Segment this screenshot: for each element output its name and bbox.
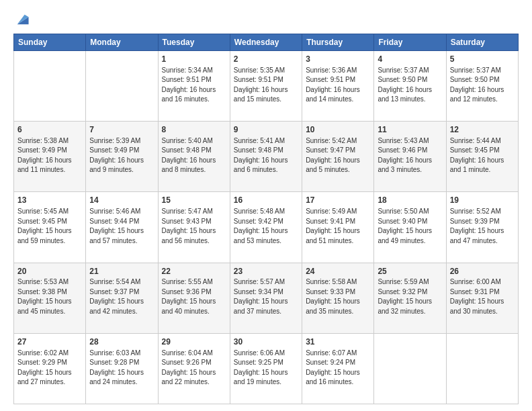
day-info: Sunrise: 5:36 AM Sunset: 9:51 PM Dayligh… (306, 66, 370, 105)
calendar-cell: 31Sunrise: 6:07 AM Sunset: 9:24 PM Dayli… (302, 333, 374, 404)
weekday-header-sunday: Sunday (14, 34, 86, 51)
calendar-cell: 4Sunrise: 5:37 AM Sunset: 9:50 PM Daylig… (374, 51, 446, 122)
calendar-cell: 19Sunrise: 5:52 AM Sunset: 9:39 PM Dayli… (446, 192, 518, 263)
weekday-header-tuesday: Tuesday (158, 34, 230, 51)
day-info: Sunrise: 5:46 AM Sunset: 9:44 PM Dayligh… (89, 207, 154, 246)
calendar-cell: 13Sunrise: 5:45 AM Sunset: 9:45 PM Dayli… (14, 192, 86, 263)
day-info: Sunrise: 5:49 AM Sunset: 9:41 PM Dayligh… (306, 207, 370, 246)
day-info: Sunrise: 5:38 AM Sunset: 9:49 PM Dayligh… (17, 136, 82, 175)
day-number: 25 (378, 266, 442, 277)
calendar-table: SundayMondayTuesdayWednesdayThursdayFrid… (13, 34, 519, 404)
day-number: 13 (17, 195, 82, 206)
calendar-cell: 25Sunrise: 5:59 AM Sunset: 9:32 PM Dayli… (374, 263, 446, 333)
day-info: Sunrise: 5:34 AM Sunset: 9:51 PM Dayligh… (162, 66, 226, 105)
day-number: 16 (234, 195, 298, 206)
day-info: Sunrise: 5:47 AM Sunset: 9:43 PM Dayligh… (162, 207, 226, 246)
day-info: Sunrise: 6:03 AM Sunset: 9:28 PM Dayligh… (89, 349, 154, 387)
day-info: Sunrise: 5:41 AM Sunset: 9:48 PM Dayligh… (234, 136, 298, 175)
day-number: 11 (378, 124, 442, 136)
calendar-cell: 28Sunrise: 6:03 AM Sunset: 9:28 PM Dayli… (86, 333, 158, 404)
day-info: Sunrise: 5:55 AM Sunset: 9:36 PM Dayligh… (162, 277, 226, 316)
day-info: Sunrise: 5:42 AM Sunset: 9:47 PM Dayligh… (306, 136, 370, 175)
page: SundayMondayTuesdayWednesdayThursdayFrid… (0, 0, 532, 411)
calendar-cell (86, 51, 158, 122)
day-info: Sunrise: 5:40 AM Sunset: 9:48 PM Dayligh… (162, 136, 226, 175)
day-info: Sunrise: 5:54 AM Sunset: 9:37 PM Dayligh… (89, 277, 154, 316)
day-number: 2 (234, 54, 298, 65)
day-info: Sunrise: 5:45 AM Sunset: 9:45 PM Dayligh… (17, 207, 82, 246)
week-row-3: 13Sunrise: 5:45 AM Sunset: 9:45 PM Dayli… (14, 192, 519, 263)
day-number: 30 (234, 336, 298, 348)
week-row-1: 1Sunrise: 5:34 AM Sunset: 9:51 PM Daylig… (14, 51, 519, 122)
weekday-header-friday: Friday (374, 34, 446, 51)
day-number: 9 (234, 124, 298, 136)
day-info: Sunrise: 5:57 AM Sunset: 9:34 PM Dayligh… (234, 277, 298, 316)
week-row-2: 6Sunrise: 5:38 AM Sunset: 9:49 PM Daylig… (14, 122, 519, 192)
day-info: Sunrise: 5:37 AM Sunset: 9:50 PM Dayligh… (450, 66, 515, 105)
day-number: 18 (378, 195, 442, 206)
day-info: Sunrise: 5:59 AM Sunset: 9:32 PM Dayligh… (378, 277, 442, 316)
day-info: Sunrise: 5:39 AM Sunset: 9:49 PM Dayligh… (89, 136, 154, 175)
day-number: 31 (306, 336, 370, 348)
day-number: 19 (450, 195, 515, 206)
weekday-header-row: SundayMondayTuesdayWednesdayThursdayFrid… (14, 34, 519, 51)
calendar-cell: 2Sunrise: 5:35 AM Sunset: 9:51 PM Daylig… (230, 51, 302, 122)
weekday-header-wednesday: Wednesday (230, 34, 302, 51)
day-info: Sunrise: 5:35 AM Sunset: 9:51 PM Dayligh… (234, 66, 298, 105)
day-number: 10 (306, 124, 370, 136)
calendar-cell: 6Sunrise: 5:38 AM Sunset: 9:49 PM Daylig… (14, 122, 86, 192)
day-info: Sunrise: 5:52 AM Sunset: 9:39 PM Dayligh… (450, 207, 515, 246)
weekday-header-thursday: Thursday (302, 34, 374, 51)
calendar-cell: 10Sunrise: 5:42 AM Sunset: 9:47 PM Dayli… (302, 122, 374, 192)
calendar-cell: 15Sunrise: 5:47 AM Sunset: 9:43 PM Dayli… (158, 192, 230, 263)
day-info: Sunrise: 5:48 AM Sunset: 9:42 PM Dayligh… (234, 207, 298, 246)
day-info: Sunrise: 6:06 AM Sunset: 9:25 PM Dayligh… (234, 349, 298, 387)
calendar-cell (446, 333, 518, 404)
day-info: Sunrise: 5:43 AM Sunset: 9:46 PM Dayligh… (378, 136, 442, 175)
calendar-cell: 18Sunrise: 5:50 AM Sunset: 9:40 PM Dayli… (374, 192, 446, 263)
day-info: Sunrise: 5:44 AM Sunset: 9:45 PM Dayligh… (450, 136, 515, 175)
calendar-cell: 17Sunrise: 5:49 AM Sunset: 9:41 PM Dayli… (302, 192, 374, 263)
calendar-cell: 22Sunrise: 5:55 AM Sunset: 9:36 PM Dayli… (158, 263, 230, 333)
day-info: Sunrise: 6:04 AM Sunset: 9:26 PM Dayligh… (162, 349, 226, 387)
calendar-cell: 20Sunrise: 5:53 AM Sunset: 9:38 PM Dayli… (14, 263, 86, 333)
day-number: 3 (306, 54, 370, 65)
day-number: 29 (162, 336, 226, 348)
day-number: 14 (89, 195, 154, 206)
calendar-cell: 5Sunrise: 5:37 AM Sunset: 9:50 PM Daylig… (446, 51, 518, 122)
day-number: 15 (162, 195, 226, 206)
day-number: 28 (89, 336, 154, 348)
day-info: Sunrise: 5:58 AM Sunset: 9:33 PM Dayligh… (306, 277, 370, 316)
calendar-cell: 30Sunrise: 6:06 AM Sunset: 9:25 PM Dayli… (230, 333, 302, 404)
day-number: 4 (378, 54, 442, 65)
calendar-cell: 23Sunrise: 5:57 AM Sunset: 9:34 PM Dayli… (230, 263, 302, 333)
logo-icon (15, 12, 30, 27)
calendar-cell: 9Sunrise: 5:41 AM Sunset: 9:48 PM Daylig… (230, 122, 302, 192)
day-number: 6 (17, 124, 82, 136)
day-number: 27 (17, 336, 82, 348)
calendar-cell: 21Sunrise: 5:54 AM Sunset: 9:37 PM Dayli… (86, 263, 158, 333)
day-number: 7 (89, 124, 154, 136)
calendar-cell (374, 333, 446, 404)
logo (13, 12, 30, 27)
calendar-cell: 14Sunrise: 5:46 AM Sunset: 9:44 PM Dayli… (86, 192, 158, 263)
calendar-cell: 1Sunrise: 5:34 AM Sunset: 9:51 PM Daylig… (158, 51, 230, 122)
day-number: 22 (162, 266, 226, 277)
calendar-cell (14, 51, 86, 122)
day-number: 23 (234, 266, 298, 277)
header (13, 12, 519, 27)
calendar-cell: 24Sunrise: 5:58 AM Sunset: 9:33 PM Dayli… (302, 263, 374, 333)
day-number: 1 (162, 54, 226, 65)
day-info: Sunrise: 6:00 AM Sunset: 9:31 PM Dayligh… (450, 277, 515, 316)
weekday-header-monday: Monday (86, 34, 158, 51)
day-info: Sunrise: 6:02 AM Sunset: 9:29 PM Dayligh… (17, 349, 82, 387)
calendar-cell: 12Sunrise: 5:44 AM Sunset: 9:45 PM Dayli… (446, 122, 518, 192)
day-number: 8 (162, 124, 226, 136)
calendar-cell: 16Sunrise: 5:48 AM Sunset: 9:42 PM Dayli… (230, 192, 302, 263)
calendar-cell: 29Sunrise: 6:04 AM Sunset: 9:26 PM Dayli… (158, 333, 230, 404)
day-number: 24 (306, 266, 370, 277)
day-number: 5 (450, 54, 515, 65)
week-row-5: 27Sunrise: 6:02 AM Sunset: 9:29 PM Dayli… (14, 333, 519, 404)
day-number: 26 (450, 266, 515, 277)
calendar-cell: 26Sunrise: 6:00 AM Sunset: 9:31 PM Dayli… (446, 263, 518, 333)
